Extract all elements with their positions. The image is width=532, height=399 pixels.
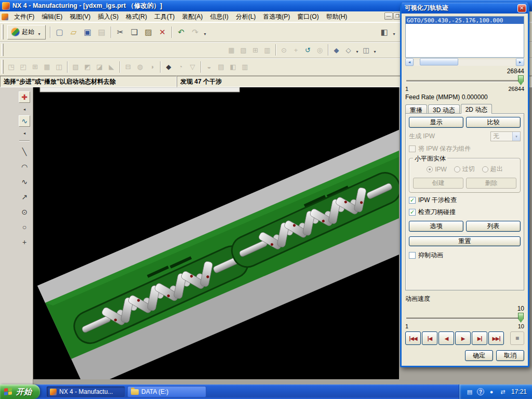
ime-indicator-icon[interactable]: ▤ xyxy=(466,388,474,396)
point-icon[interactable]: + xyxy=(19,236,30,248)
play-forward-button[interactable]: ▶ xyxy=(455,331,471,345)
point-constructor-icon[interactable]: ✚ xyxy=(19,91,30,103)
show-button[interactable]: 显示 xyxy=(409,117,463,128)
radio-excess: 超出 xyxy=(482,165,503,174)
tab-3d-dynamic[interactable]: 3D 动态 xyxy=(428,104,460,113)
start-button-label: 起始 xyxy=(22,28,34,36)
tab-replay[interactable]: 重播 xyxy=(405,104,427,113)
scrollbar-track[interactable] xyxy=(414,58,516,66)
menu-item-12[interactable]: 帮助(H) xyxy=(323,11,351,22)
save-icon[interactable]: ▣ xyxy=(81,25,94,38)
compare-button[interactable]: 比较 xyxy=(466,117,521,128)
toolbar-grip[interactable] xyxy=(2,60,4,73)
toolbar-scroll-up-icon[interactable]: ◂ xyxy=(19,107,30,112)
toolbar-grip[interactable] xyxy=(2,24,4,40)
toolbar-scroll-down-icon[interactable]: ◂ xyxy=(19,130,30,136)
wireframe-view-icon[interactable]: ◇ xyxy=(343,45,354,56)
tab-2d-dynamic[interactable]: 2D 动态 xyxy=(461,104,493,114)
arc-icon[interactable]: ◠ xyxy=(19,161,30,172)
menu-item-11[interactable]: 窗口(O) xyxy=(294,11,322,22)
dialog-title-bar[interactable]: 可视化刀轨轨迹 ✕ xyxy=(402,3,528,14)
menu-item-6[interactable]: 工具(T) xyxy=(151,11,178,22)
scroll-left-icon[interactable]: ◂ xyxy=(405,58,414,66)
vector-icon[interactable]: ↗ xyxy=(19,191,30,203)
slider-track[interactable] xyxy=(406,317,523,319)
window-tools-icon[interactable]: ◧ xyxy=(378,25,391,38)
toolbar-row2-icons: ▦▧⊞▥⊙+↺◎◆◇▾◫▾ xyxy=(5,44,378,56)
circle-icon[interactable]: ○ xyxy=(19,221,30,233)
menu-item-4[interactable]: 插入(S) xyxy=(94,11,122,22)
options-button[interactable]: 选项 xyxy=(409,221,463,232)
checkbox-check-icon[interactable]: ✓ xyxy=(409,209,416,216)
dialog-close-button[interactable]: ✕ xyxy=(517,4,526,12)
go-to-end-button[interactable]: ▶▶| xyxy=(488,331,504,345)
holder-collision-label: 检查刀柄碰撞 xyxy=(418,208,456,217)
checkbox-check-icon[interactable]: ✓ xyxy=(409,197,416,204)
play-backward-button[interactable]: ◀ xyxy=(438,331,454,345)
step-forward-button[interactable]: ▶| xyxy=(472,331,487,345)
command-list-dropdown-icon[interactable]: ▾ xyxy=(202,26,208,38)
reset-button[interactable]: 重置 xyxy=(409,236,521,246)
start-menu-button[interactable]: 起始 ▾ xyxy=(7,25,46,39)
cancel-button[interactable]: 取消 xyxy=(496,350,524,361)
line-icon[interactable]: ╲ xyxy=(19,146,30,157)
suppress-animation-checkbox[interactable]: 抑制动画 xyxy=(409,251,521,260)
display-mode-dropdown-icon[interactable]: ▾ xyxy=(354,44,360,56)
ok-button[interactable]: 确定 xyxy=(465,350,493,361)
new-file-icon[interactable]: ▢ xyxy=(53,25,66,38)
animation-speed-slider[interactable] xyxy=(405,313,524,323)
menu-item-5[interactable]: 格式(R) xyxy=(122,11,151,22)
orient-view-dropdown-icon[interactable]: ▾ xyxy=(372,44,378,56)
slider-thumb[interactable] xyxy=(518,313,524,323)
shaded-view-icon[interactable]: ◆ xyxy=(331,45,342,56)
cut-icon[interactable]: ✂ xyxy=(114,25,127,38)
listbox-hscrollbar[interactable]: ◂ ▸ xyxy=(405,58,524,66)
toolpath-selected-line[interactable]: GOTO/500.430,-25.176,100.000 xyxy=(406,17,524,24)
flashlight-icon[interactable]: ◆ xyxy=(163,61,174,72)
menu-item-1[interactable]: 文件(F) xyxy=(10,11,38,22)
viewport-3d[interactable] xyxy=(33,87,399,379)
taskbar-task-2[interactable]: DATA (E:) xyxy=(127,386,206,397)
slider-thumb[interactable] xyxy=(518,75,524,85)
undo-icon[interactable]: ↶ xyxy=(175,25,188,38)
toolbar-grip[interactable] xyxy=(2,44,4,56)
menu-item-10[interactable]: 首选项(P) xyxy=(259,11,294,22)
nx-app-icon xyxy=(2,2,10,10)
circle-center-icon[interactable]: ⊙ xyxy=(19,206,30,218)
ipw-interference-checkbox[interactable]: ✓ IPW 干涉检查 xyxy=(409,196,521,205)
prompt-message: 选择“步进”或“播放”以启动动态材料去除 xyxy=(0,76,177,87)
security-icon[interactable]: ● xyxy=(487,388,496,396)
help-icon[interactable]: ? xyxy=(477,388,484,395)
holder-collision-checkbox[interactable]: ✓ 检查刀柄碰撞 xyxy=(409,208,521,217)
go-to-start-button[interactable]: |◀◀ xyxy=(405,331,421,345)
menu-item-2[interactable]: 编辑(E) xyxy=(38,11,66,22)
progress-slider[interactable] xyxy=(405,75,524,85)
delete-icon[interactable]: ✕ xyxy=(156,25,169,38)
network-icon[interactable]: ⇄ xyxy=(499,388,507,396)
scroll-right-icon[interactable]: ▸ xyxy=(516,58,524,66)
refresh-view-icon[interactable]: ↺ xyxy=(302,45,313,56)
list-button[interactable]: 列表 xyxy=(466,221,521,232)
copy-icon[interactable]: ❏ xyxy=(128,25,141,38)
window-tools-dropdown-icon[interactable]: ▾ xyxy=(391,26,397,38)
menu-item-7[interactable]: 装配(A) xyxy=(178,11,206,22)
menu-item-8[interactable]: 信息(I) xyxy=(206,11,232,22)
taskbar-task-1[interactable]: NX 4 - Manufactu... xyxy=(46,386,125,397)
part-document-icon[interactable] xyxy=(2,14,8,20)
stop-button[interactable]: ■ xyxy=(510,331,524,345)
toolpath-listbox[interactable]: GOTO/500.430,-25.176,100.000 xyxy=(405,16,524,58)
orient-view-icon[interactable]: ◫ xyxy=(361,45,371,56)
slider-track[interactable] xyxy=(406,80,523,82)
step-back-button[interactable]: |◀ xyxy=(422,331,437,345)
scrollbar-thumb[interactable] xyxy=(420,58,458,65)
checkbox-box[interactable] xyxy=(409,252,416,259)
mdi-minimize-button[interactable]: — xyxy=(384,12,393,20)
windows-start-button[interactable]: 开始 xyxy=(0,384,40,399)
paste-icon[interactable]: ▨ xyxy=(142,25,155,38)
pattern-icon: ▦ xyxy=(42,61,52,72)
menu-item-3[interactable]: 视图(V) xyxy=(66,11,94,22)
open-folder-icon[interactable]: ▱ xyxy=(67,25,80,38)
spline-icon[interactable]: ∿ xyxy=(19,176,30,188)
menu-item-9[interactable]: 分析(L) xyxy=(232,11,260,22)
curves-toolbar-icon[interactable]: ∿ xyxy=(19,115,30,127)
